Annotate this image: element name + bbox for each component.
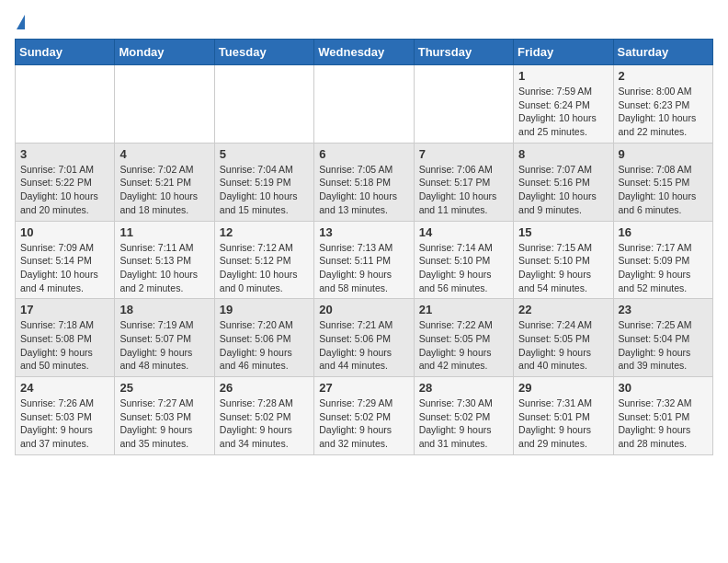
calendar-day-cell: 2Sunrise: 8:00 AM Sunset: 6:23 PM Daylig… [613,65,712,144]
calendar-day-cell: 29Sunrise: 7:31 AM Sunset: 5:01 PM Dayli… [514,377,613,455]
calendar-day-cell: 21Sunrise: 7:22 AM Sunset: 5:05 PM Dayli… [414,299,513,377]
page-header [15,15,713,28]
calendar-day-cell: 28Sunrise: 7:30 AM Sunset: 5:02 PM Dayli… [414,377,513,455]
day-info: Sunrise: 7:11 AM Sunset: 5:13 PM Dayligh… [119,241,209,295]
day-info: Sunrise: 7:12 AM Sunset: 5:12 PM Dayligh… [220,241,309,295]
calendar-day-cell [414,65,513,144]
day-info: Sunrise: 7:30 AM Sunset: 5:02 PM Dayligh… [419,396,508,451]
day-info: Sunrise: 7:06 AM Sunset: 5:17 PM Dayligh… [419,163,508,217]
day-number: 7 [419,147,508,161]
day-number: 6 [319,147,408,161]
day-number: 23 [619,303,708,316]
calendar-week-row: 3Sunrise: 7:01 AM Sunset: 5:22 PM Daylig… [16,143,713,221]
day-number: 18 [119,303,209,316]
day-number: 13 [319,225,408,239]
day-info: Sunrise: 7:17 AM Sunset: 5:09 PM Dayligh… [619,241,708,295]
calendar-week-row: 17Sunrise: 7:18 AM Sunset: 5:08 PM Dayli… [16,299,713,377]
day-info: Sunrise: 7:14 AM Sunset: 5:10 PM Dayligh… [419,241,508,295]
calendar-table: SundayMondayTuesdayWednesdayThursdayFrid… [15,39,713,455]
day-number: 3 [20,147,109,161]
day-info: Sunrise: 7:15 AM Sunset: 5:10 PM Dayligh… [518,241,608,295]
day-number: 12 [220,225,309,239]
calendar-day-cell: 8Sunrise: 7:07 AM Sunset: 5:16 PM Daylig… [514,143,613,221]
day-number: 15 [518,225,608,239]
calendar-day-cell: 25Sunrise: 7:27 AM Sunset: 5:03 PM Dayli… [115,377,214,455]
calendar-day-cell: 19Sunrise: 7:20 AM Sunset: 5:06 PM Dayli… [214,299,313,377]
calendar-day-cell: 30Sunrise: 7:32 AM Sunset: 5:01 PM Dayli… [613,377,712,455]
calendar-day-cell: 12Sunrise: 7:12 AM Sunset: 5:12 PM Dayli… [214,221,313,299]
calendar-day-cell: 14Sunrise: 7:14 AM Sunset: 5:10 PM Dayli… [414,221,513,299]
day-info: Sunrise: 7:27 AM Sunset: 5:03 PM Dayligh… [119,396,209,451]
calendar-day-cell: 7Sunrise: 7:06 AM Sunset: 5:17 PM Daylig… [414,143,513,221]
day-info: Sunrise: 7:18 AM Sunset: 5:08 PM Dayligh… [20,318,109,373]
calendar-day-cell: 5Sunrise: 7:04 AM Sunset: 5:19 PM Daylig… [214,143,313,221]
calendar-day-cell: 26Sunrise: 7:28 AM Sunset: 5:02 PM Dayli… [214,377,313,455]
calendar-day-cell: 13Sunrise: 7:13 AM Sunset: 5:11 PM Dayli… [314,221,414,299]
logo [15,15,27,28]
day-of-week-header: Wednesday [314,40,414,65]
calendar-day-cell: 22Sunrise: 7:24 AM Sunset: 5:05 PM Dayli… [514,299,613,377]
day-info: Sunrise: 7:05 AM Sunset: 5:18 PM Dayligh… [319,163,408,217]
day-number: 16 [619,225,708,239]
day-of-week-header: Monday [115,40,214,65]
day-number: 8 [518,147,608,161]
day-info: Sunrise: 7:21 AM Sunset: 5:06 PM Dayligh… [319,318,408,373]
calendar-day-cell: 11Sunrise: 7:11 AM Sunset: 5:13 PM Dayli… [115,221,214,299]
day-number: 11 [119,225,209,239]
day-info: Sunrise: 7:29 AM Sunset: 5:02 PM Dayligh… [319,396,408,451]
day-number: 29 [518,381,608,395]
day-info: Sunrise: 7:24 AM Sunset: 5:05 PM Dayligh… [518,318,608,373]
calendar-day-cell: 20Sunrise: 7:21 AM Sunset: 5:06 PM Dayli… [314,299,414,377]
calendar-day-cell [115,65,214,144]
calendar-day-cell [16,65,115,144]
day-info: Sunrise: 7:28 AM Sunset: 5:02 PM Dayligh… [220,396,309,451]
day-number: 19 [220,303,309,316]
calendar-day-cell: 16Sunrise: 7:17 AM Sunset: 5:09 PM Dayli… [613,221,712,299]
days-of-week-row: SundayMondayTuesdayWednesdayThursdayFrid… [16,40,713,65]
day-info: Sunrise: 7:01 AM Sunset: 5:22 PM Dayligh… [20,163,109,217]
day-number: 10 [20,225,109,239]
day-number: 2 [619,69,708,83]
day-of-week-header: Sunday [16,40,115,65]
calendar-day-cell: 23Sunrise: 7:25 AM Sunset: 5:04 PM Dayli… [613,299,712,377]
day-number: 25 [119,381,209,395]
day-number: 1 [518,69,608,83]
day-number: 22 [518,303,608,316]
calendar-day-cell: 6Sunrise: 7:05 AM Sunset: 5:18 PM Daylig… [314,143,414,221]
day-info: Sunrise: 7:32 AM Sunset: 5:01 PM Dayligh… [619,396,708,451]
day-info: Sunrise: 7:19 AM Sunset: 5:07 PM Dayligh… [119,318,209,373]
calendar-header: SundayMondayTuesdayWednesdayThursdayFrid… [16,40,713,65]
calendar-week-row: 24Sunrise: 7:26 AM Sunset: 5:03 PM Dayli… [16,377,713,455]
day-number: 4 [119,147,209,161]
day-number: 5 [220,147,309,161]
day-number: 21 [419,303,508,316]
calendar-day-cell: 27Sunrise: 7:29 AM Sunset: 5:02 PM Dayli… [314,377,414,455]
day-info: Sunrise: 7:08 AM Sunset: 5:15 PM Dayligh… [619,163,708,217]
day-number: 24 [20,381,109,395]
calendar-week-row: 10Sunrise: 7:09 AM Sunset: 5:14 PM Dayli… [16,221,713,299]
day-info: Sunrise: 7:07 AM Sunset: 5:16 PM Dayligh… [518,163,608,217]
day-info: Sunrise: 7:04 AM Sunset: 5:19 PM Dayligh… [220,163,309,217]
day-info: Sunrise: 7:25 AM Sunset: 5:04 PM Dayligh… [619,318,708,373]
calendar-day-cell [314,65,414,144]
day-info: Sunrise: 8:00 AM Sunset: 6:23 PM Dayligh… [619,85,708,139]
day-number: 30 [619,381,708,395]
calendar-day-cell: 10Sunrise: 7:09 AM Sunset: 5:14 PM Dayli… [16,221,115,299]
calendar-day-cell: 24Sunrise: 7:26 AM Sunset: 5:03 PM Dayli… [16,377,115,455]
day-number: 9 [619,147,708,161]
calendar-day-cell: 15Sunrise: 7:15 AM Sunset: 5:10 PM Dayli… [514,221,613,299]
day-of-week-header: Friday [514,40,613,65]
calendar-day-cell: 18Sunrise: 7:19 AM Sunset: 5:07 PM Dayli… [115,299,214,377]
calendar-day-cell: 4Sunrise: 7:02 AM Sunset: 5:21 PM Daylig… [115,143,214,221]
day-number: 17 [20,303,109,316]
calendar-day-cell: 9Sunrise: 7:08 AM Sunset: 5:15 PM Daylig… [613,143,712,221]
day-info: Sunrise: 7:02 AM Sunset: 5:21 PM Dayligh… [119,163,209,217]
day-info: Sunrise: 7:22 AM Sunset: 5:05 PM Dayligh… [419,318,508,373]
day-of-week-header: Thursday [414,40,513,65]
calendar-day-cell: 1Sunrise: 7:59 AM Sunset: 6:24 PM Daylig… [514,65,613,144]
day-info: Sunrise: 7:26 AM Sunset: 5:03 PM Dayligh… [20,396,109,451]
day-info: Sunrise: 7:09 AM Sunset: 5:14 PM Dayligh… [20,241,109,295]
calendar-body: 1Sunrise: 7:59 AM Sunset: 6:24 PM Daylig… [16,65,713,455]
day-of-week-header: Saturday [613,40,712,65]
calendar-day-cell: 17Sunrise: 7:18 AM Sunset: 5:08 PM Dayli… [16,299,115,377]
